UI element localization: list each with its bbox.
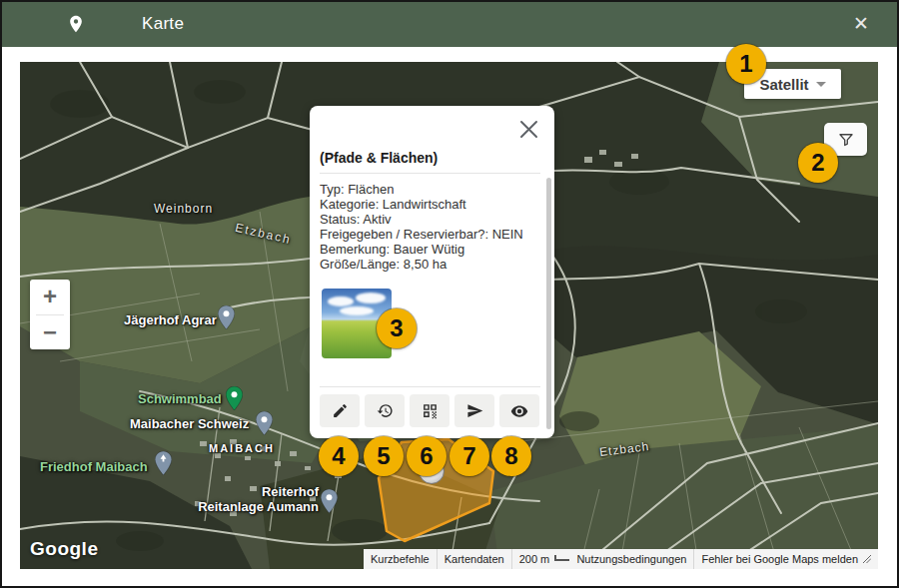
edit-button[interactable] — [320, 394, 360, 427]
callout-badge-4: 4 — [319, 436, 359, 476]
poi-label-schwimmbad: Schwimmbad — [138, 391, 222, 406]
chevron-down-icon — [816, 82, 826, 87]
zoom-out-button[interactable]: − — [30, 315, 70, 350]
dialog-header: Karte ✕ — [2, 2, 897, 47]
close-icon — [518, 119, 539, 140]
popup-close-button[interactable] — [518, 119, 539, 140]
area-label-weinborn: Weinborn — [154, 202, 213, 216]
feature-info-popup: (Pfade & Flächen) Typ: Flächen Kategorie… — [310, 106, 554, 438]
map-data-link[interactable]: Kartendaten — [438, 549, 512, 569]
terms-link[interactable]: Nutzungsbedingungen — [569, 549, 694, 569]
scale-label: 200 m — [519, 549, 550, 569]
poi-label-jaegerhof-agrar: Jägerhof Agrar — [124, 312, 217, 327]
resize-corner-icon — [863, 555, 871, 563]
attribution-right: Nutzungsbedingungen Fehler bei Google Ma… — [569, 549, 878, 569]
popup-scrollbar[interactable] — [546, 178, 551, 429]
popup-divider-top — [320, 173, 540, 174]
navigate-button[interactable] — [454, 394, 494, 427]
map-type-label: Satellit — [759, 76, 808, 93]
detail-groesse: Größe/Länge: 8,50 ha — [320, 257, 523, 272]
cloud-shape — [356, 293, 386, 303]
qr-code-icon — [422, 402, 439, 419]
report-error-link[interactable]: Fehler bei Google Maps melden — [694, 549, 878, 569]
poi-pin-schwimmbad[interactable] — [226, 386, 243, 410]
zoom-control: + − — [30, 280, 70, 349]
zoom-in-button[interactable]: + — [30, 280, 70, 314]
dialog-close-icon[interactable]: ✕ — [851, 14, 871, 34]
poi-pin-reiterhof[interactable] — [321, 489, 338, 513]
popup-action-bar — [320, 394, 539, 427]
popup-divider-bottom — [320, 386, 540, 387]
history-button[interactable] — [365, 394, 405, 427]
qr-code-button[interactable] — [410, 394, 450, 427]
filter-funnel-icon — [837, 131, 855, 149]
detail-status: Status: Aktiv — [320, 212, 523, 227]
callout-badge-7: 7 — [450, 436, 489, 476]
detail-bemerkung: Bemerkung: Bauer Wütig — [320, 242, 523, 257]
callout-badge-5: 5 — [364, 436, 404, 476]
callout-badge-8: 8 — [491, 436, 531, 476]
poi-pin-friedhof[interactable] — [155, 451, 172, 475]
shortcuts-link[interactable]: Kurzbefehle — [364, 549, 438, 569]
popup-title: (Pfade & Flächen) — [320, 150, 438, 166]
callout-badge-6: 6 — [407, 436, 447, 476]
detail-kategorie: Kategorie: Landwirtschaft — [320, 197, 523, 212]
location-pin-icon — [66, 12, 86, 36]
poi-pin-jaegerhof[interactable] — [218, 305, 235, 329]
poi-pin-maibacher-schweiz[interactable] — [256, 411, 273, 435]
callout-badge-3: 3 — [377, 308, 417, 348]
callout-badge-1: 1 — [726, 44, 766, 84]
popup-details: Typ: Flächen Kategorie: Landwirtschaft S… — [320, 182, 523, 272]
detail-freigegeben: Freigegeben / Reservierbar?: NEIN — [320, 227, 523, 242]
history-icon — [377, 402, 394, 419]
poi-label-friedhof-maibach: Friedhof Maibach — [40, 459, 148, 474]
cloud-shape — [328, 296, 354, 306]
report-error-label: Fehler bei Google Maps melden — [701, 549, 858, 569]
town-label-maibach: MAIBACH — [209, 442, 275, 454]
eye-icon — [510, 402, 528, 420]
navigate-arrow-icon — [466, 402, 483, 419]
dialog-title: Karte — [142, 14, 184, 34]
poi-label-maibacher-schweiz: Maibacher Schweiz — [130, 416, 249, 431]
google-logo[interactable]: Google — [30, 538, 98, 560]
map-dialog-window: Karte ✕ — [0, 0, 899, 588]
detail-typ: Typ: Flächen — [320, 182, 523, 197]
poi-label-reiterhof: Reiterhof Reitanlage Aumann — [198, 484, 319, 514]
cloud-shape — [340, 306, 374, 315]
pencil-icon — [332, 402, 349, 419]
callout-badge-2: 2 — [798, 143, 838, 183]
view-button[interactable] — [499, 394, 539, 427]
